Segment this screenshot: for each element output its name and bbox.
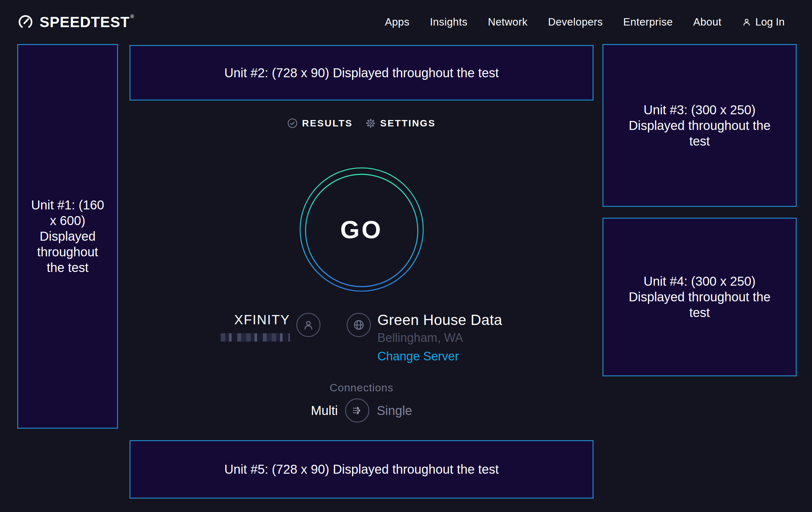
server-icon-circle	[347, 313, 371, 337]
ad-unit-5-text: Unit #5: (728 x 90) Displayed throughout…	[224, 462, 499, 477]
connection-info-row: XFINITY Green House Data Belling	[129, 312, 593, 363]
connections-section: Connections Multi Single	[129, 381, 593, 423]
login-button[interactable]: Log In	[742, 16, 785, 28]
person-icon	[742, 17, 751, 27]
change-server-link[interactable]: Change Server	[377, 349, 459, 363]
ad-unit-4: Unit #4: (300 x 250) Displayed throughou…	[603, 218, 797, 376]
isp-name: XFINITY	[234, 312, 290, 328]
speedometer-icon	[18, 15, 33, 30]
speedtest-logo[interactable]: SPEEDTEST®	[18, 14, 134, 31]
nav-item-insights[interactable]: Insights	[430, 16, 468, 28]
connections-toggle[interactable]	[345, 398, 369, 423]
view-tabs: RESULTS SETTINGS	[129, 117, 593, 130]
globe-icon	[352, 319, 365, 331]
server-name: Green House Data	[377, 312, 502, 328]
connections-multi-option[interactable]: Multi	[311, 403, 338, 418]
isp-block: XFINITY	[221, 312, 321, 342]
nav-item-about[interactable]: About	[693, 16, 722, 28]
ad-unit-3: Unit #3: (300 x 250) Displayed throughou…	[603, 44, 797, 207]
ad-unit-4-text: Unit #4: (300 x 250) Displayed throughou…	[625, 274, 775, 321]
isp-ip-redacted	[221, 333, 290, 342]
speedtest-main: RESULTS SETTINGS GO	[129, 44, 593, 440]
connections-single-option[interactable]: Single	[377, 403, 412, 418]
trademark-symbol: ®	[130, 14, 135, 19]
login-label: Log In	[755, 16, 785, 28]
server-location: Bellingham, WA	[377, 331, 463, 345]
gear-icon	[366, 118, 376, 128]
person-circle-icon	[302, 319, 315, 331]
top-nav: SPEEDTEST® Apps Insights Network Develop…	[0, 0, 812, 44]
nav-item-developers[interactable]: Developers	[548, 16, 603, 28]
nav-item-enterprise[interactable]: Enterprise	[623, 16, 673, 28]
tab-settings-label: SETTINGS	[380, 118, 436, 129]
nav-item-apps[interactable]: Apps	[385, 16, 409, 28]
logo-text: SPEEDTEST®	[39, 14, 134, 31]
check-circle-icon	[287, 118, 297, 128]
ad-unit-3-text: Unit #3: (300 x 250) Displayed throughou…	[625, 102, 775, 149]
nav-item-network[interactable]: Network	[488, 16, 528, 28]
nav-menu: Apps Insights Network Developers Enterpr…	[385, 16, 785, 28]
tab-settings[interactable]: SETTINGS	[366, 118, 436, 129]
go-button-label: GO	[298, 166, 426, 293]
ad-unit-1-text: Unit #1: (160 x 600) Displayed throughou…	[30, 197, 105, 275]
isp-icon-circle	[296, 313, 321, 337]
ad-unit-1: Unit #1: (160 x 600) Displayed throughou…	[17, 44, 118, 429]
tab-results-label: RESULTS	[302, 118, 353, 129]
tab-results[interactable]: RESULTS	[287, 118, 353, 129]
go-button[interactable]: GO	[298, 166, 426, 293]
multi-connections-icon	[350, 404, 364, 417]
server-block: Green House Data Bellingham, WA Change S…	[347, 312, 502, 363]
connections-label: Connections	[129, 381, 593, 394]
ad-unit-5: Unit #5: (728 x 90) Displayed throughout…	[129, 440, 593, 498]
